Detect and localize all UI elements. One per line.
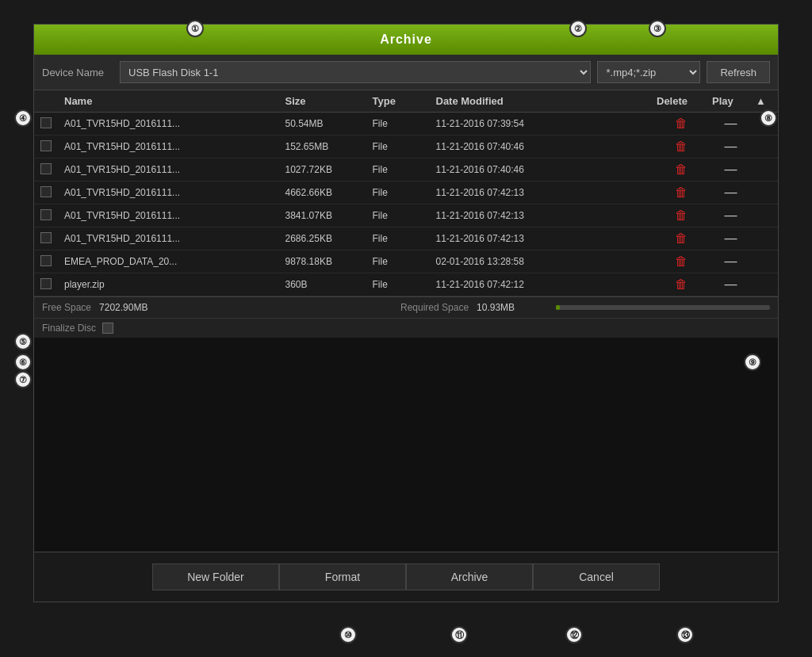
annotation-9: ⑨ <box>744 353 761 371</box>
annotation-13: ⑬ <box>676 626 694 644</box>
play-button-1[interactable]: — <box>709 117 753 131</box>
play-button-4[interactable]: — <box>709 185 753 200</box>
delete-button-8[interactable]: 🗑 <box>653 277 709 292</box>
file-row: A01_TVR15HD_2016111... 152.65MB File 11-… <box>34 136 778 159</box>
cancel-button[interactable]: Cancel <box>533 563 660 590</box>
file-name-4: A01_TVR15HD_2016111... <box>61 187 282 198</box>
delete-button-3[interactable]: 🗑 <box>653 162 709 177</box>
delete-button-6[interactable]: 🗑 <box>653 231 709 246</box>
filter-select[interactable]: *.mp4;*.zip <box>597 61 700 83</box>
file-checkbox-2[interactable] <box>40 140 52 151</box>
file-checkbox-4[interactable] <box>40 186 52 197</box>
free-space-value: 7202.90MB <box>99 302 170 313</box>
file-row: A01_TVR15HD_2016111... 1027.72KB File 11… <box>34 159 778 181</box>
annotation-5: ⑤ <box>14 333 32 350</box>
delete-button-5[interactable]: 🗑 <box>653 208 709 223</box>
file-date-6: 11-21-2016 07:42:13 <box>433 233 654 244</box>
file-type-8: File <box>370 279 433 290</box>
file-type-3: File <box>370 164 433 175</box>
progress-bar-fill <box>556 305 560 310</box>
file-name-8: player.zip <box>61 279 282 290</box>
play-button-6[interactable]: — <box>709 231 753 246</box>
play-button-3[interactable]: — <box>709 162 753 177</box>
play-button-5[interactable]: — <box>709 208 753 223</box>
file-size-2: 152.65MB <box>282 141 370 152</box>
file-date-2: 11-21-2016 07:40:46 <box>433 141 654 152</box>
file-type-2: File <box>370 141 433 152</box>
file-row: EMEA_PROD_DATA_20... 9878.18KB File 02-0… <box>34 250 778 273</box>
file-checkbox-5[interactable] <box>40 209 52 220</box>
file-type-5: File <box>370 210 433 221</box>
file-name-7: EMEA_PROD_DATA_20... <box>61 256 282 267</box>
file-name-2: A01_TVR15HD_2016111... <box>61 141 282 152</box>
file-date-7: 02-01-2016 13:28:58 <box>433 256 654 267</box>
file-date-5: 11-21-2016 07:42:13 <box>433 210 654 221</box>
annotation-8: ⑧ <box>760 109 777 127</box>
space-row: Free Space 7202.90MB Required Space 10.9… <box>34 296 778 318</box>
progress-bar <box>556 305 770 310</box>
file-row: A01_TVR15HD_2016111... 4662.66KB File 11… <box>34 181 778 204</box>
device-label: Device Name <box>42 67 113 78</box>
delete-button-2[interactable]: 🗑 <box>653 139 709 154</box>
bottom-buttons: New Folder Format Archive Cancel <box>34 552 778 602</box>
new-folder-button[interactable]: New Folder <box>152 563 279 590</box>
file-size-3: 1027.72KB <box>282 164 370 175</box>
device-select[interactable]: USB Flash Disk 1-1 <box>120 61 591 83</box>
archive-dialog: Archive Device Name USB Flash Disk 1-1 *… <box>33 24 779 602</box>
required-space-label: Required Space <box>400 302 469 313</box>
annotation-3: ③ <box>649 20 666 37</box>
file-checkbox-7[interactable] <box>40 255 52 266</box>
title-bar: Archive <box>34 25 778 55</box>
file-type-1: File <box>370 118 433 129</box>
header-delete: Delete <box>653 95 709 107</box>
format-button[interactable]: Format <box>279 563 406 590</box>
device-row: Device Name USB Flash Disk 1-1 *.mp4;*.z… <box>34 55 778 90</box>
annotation-2: ② <box>569 20 587 37</box>
annotation-4: ④ <box>14 109 32 127</box>
file-checkbox-6[interactable] <box>40 232 52 243</box>
file-row: A01_TVR15HD_2016111... 3841.07KB File 11… <box>34 204 778 227</box>
file-date-4: 11-21-2016 07:42:13 <box>433 187 654 198</box>
file-size-6: 2686.25KB <box>282 233 370 244</box>
play-button-7[interactable]: — <box>709 254 753 269</box>
delete-button-7[interactable]: 🗑 <box>653 254 709 269</box>
file-name-3: A01_TVR15HD_2016111... <box>61 164 282 175</box>
empty-area <box>34 338 778 552</box>
archive-button[interactable]: Archive <box>406 563 533 590</box>
file-checkbox-1[interactable] <box>40 117 52 128</box>
play-button-2[interactable]: — <box>709 139 753 154</box>
header-scroll: ▲ <box>753 95 775 107</box>
file-type-4: File <box>370 187 433 198</box>
header-checkbox-col <box>37 95 61 107</box>
file-size-5: 3841.07KB <box>282 210 370 221</box>
header-play: Play <box>709 95 753 107</box>
file-size-1: 50.54MB <box>282 118 370 129</box>
file-checkbox-8[interactable] <box>40 278 52 289</box>
file-size-8: 360B <box>282 279 370 290</box>
delete-button-1[interactable]: 🗑 <box>653 117 709 131</box>
file-date-8: 11-21-2016 07:42:12 <box>433 279 654 290</box>
file-date-3: 11-21-2016 07:40:46 <box>433 164 654 175</box>
file-name-1: A01_TVR15HD_2016111... <box>61 118 282 129</box>
annotation-12: ⑫ <box>565 626 583 644</box>
annotation-6: ⑥ <box>14 353 32 371</box>
file-type-7: File <box>370 256 433 267</box>
annotation-7: ⑦ <box>14 371 32 388</box>
finalize-label: Finalize Disc <box>42 323 96 334</box>
file-type-6: File <box>370 233 433 244</box>
file-row: A01_TVR15HD_2016111... 2686.25KB File 11… <box>34 227 778 250</box>
file-name-5: A01_TVR15HD_2016111... <box>61 210 282 221</box>
free-space-label: Free Space <box>42 302 91 313</box>
dialog-title: Archive <box>380 32 432 46</box>
delete-button-4[interactable]: 🗑 <box>653 185 709 200</box>
file-checkbox-3[interactable] <box>40 163 52 174</box>
header-name: Name <box>61 95 282 107</box>
finalize-checkbox[interactable] <box>102 323 113 334</box>
play-button-8[interactable]: — <box>709 277 753 292</box>
file-row: player.zip 360B File 11-21-2016 07:42:12… <box>34 273 778 296</box>
annotation-10: ⑩ <box>339 626 357 644</box>
file-name-6: A01_TVR15HD_2016111... <box>61 233 282 244</box>
refresh-button[interactable]: Refresh <box>707 61 770 83</box>
header-date: Date Modified <box>433 95 654 107</box>
annotation-1: ① <box>186 20 204 37</box>
